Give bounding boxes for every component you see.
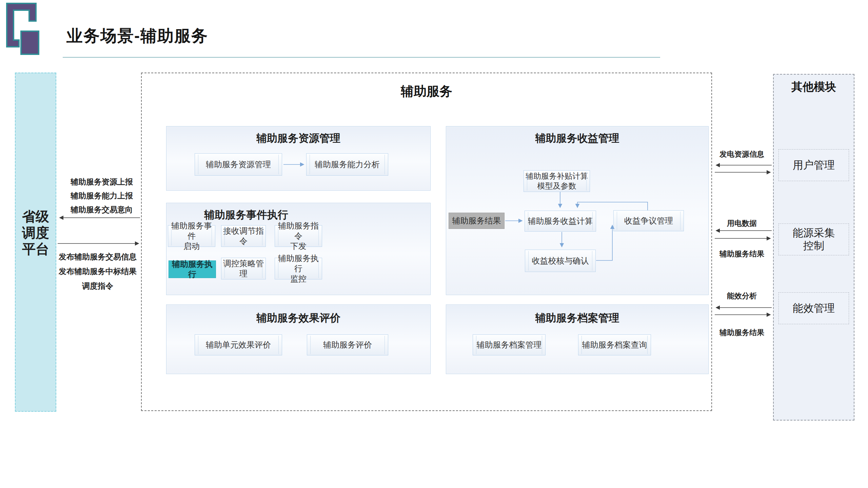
node-revenue-check-confirm: 收益校核与确认 — [525, 250, 596, 272]
node-service-result: 辅助服务结果 — [449, 213, 505, 229]
slide: 业务场景-辅助服务 省级 调度 平台 辅助服务资源上报 辅助服务能力上报 辅助服… — [0, 0, 868, 488]
node-user-management: 用户管理 — [778, 149, 849, 181]
node-subsidy-model: 辅助服务补贴计算 模型及参数 — [524, 170, 590, 192]
other-modules-panel: 其他模块 用户管理 能源采集控制 能效管理 — [773, 74, 854, 421]
node-unit-effect-evaluation: 辅助单元效果评价 — [195, 334, 282, 355]
module-revenue-title: 辅助服务收益管理 — [446, 131, 708, 145]
node-resource-management: 辅助服务资源管理 — [195, 153, 282, 176]
node-execution-monitoring: 辅助服务执行 监控 — [275, 258, 322, 279]
page-title: 业务场景-辅助服务 — [66, 25, 208, 47]
flow-label-capability-report: 辅助服务能力上报 — [63, 189, 140, 203]
node-receive-regulation-order: 接收调节指令 — [221, 225, 266, 247]
node-service-execution: 辅助服务执行 — [169, 260, 216, 278]
node-revenue-calculation: 辅助服务收益计算 — [525, 211, 596, 232]
node-event-start: 辅助服务事件 启动 — [168, 225, 215, 247]
flow-labels-to-platform: 辅助服务资源上报 辅助服务能力上报 辅助服务交易意向 — [63, 175, 140, 217]
flow-labels-to-main: 发布辅助服务交易信息 发布辅助服务中标结果 调度指令 — [54, 250, 141, 293]
flow-label-efficiency-analysis: 能效分析 — [711, 291, 773, 301]
node-capability-analysis: 辅助服务能力分析 — [306, 153, 388, 176]
node-energy-collection-control: 能源采集控制 — [778, 223, 849, 255]
provincial-dispatch-platform-bar: 省级 调度 平台 — [15, 73, 56, 412]
provincial-dispatch-platform-label: 省级 调度 平台 — [16, 208, 56, 257]
flow-label-dispatch-order: 调度指令 — [54, 279, 141, 293]
logo-square-shape — [21, 31, 39, 54]
module-event-title: 辅助服务事件执行 — [166, 208, 326, 222]
auxiliary-service-panel-title: 辅助服务 — [141, 83, 712, 100]
node-control-strategy: 调控策略管理 — [221, 258, 266, 279]
flow-label-trade-intention: 辅助服务交易意向 — [63, 203, 140, 217]
node-archive-query: 辅助服务档案查询 — [578, 334, 651, 355]
node-revenue-dispute: 收益争议管理 — [613, 210, 684, 231]
slide-logo — [5, 2, 45, 56]
flow-label-generation-resource-info: 发电资源信息 — [711, 149, 773, 159]
node-order-issue: 辅助服务指令 下发 — [275, 225, 322, 247]
title-underline — [63, 57, 660, 58]
node-archive-management: 辅助服务档案管理 — [473, 334, 546, 355]
flow-label-publish-bid-result: 发布辅助服务中标结果 — [54, 264, 141, 279]
flow-label-publish-trade-info: 发布辅助服务交易信息 — [54, 250, 141, 264]
node-energy-efficiency-management: 能效管理 — [778, 292, 849, 324]
module-resource-title: 辅助服务资源管理 — [166, 131, 430, 145]
module-archive-title: 辅助服务档案管理 — [446, 311, 708, 325]
module-evaluation-title: 辅助服务效果评价 — [166, 311, 430, 325]
other-modules-title: 其他模块 — [774, 79, 854, 95]
flow-label-service-result-1: 辅助服务结果 — [711, 249, 773, 259]
flow-label-service-result-2: 辅助服务结果 — [711, 328, 773, 338]
flow-label-power-usage-data: 用电数据 — [711, 218, 773, 229]
node-service-evaluation: 辅助服务评价 — [307, 334, 388, 355]
flow-label-resource-report: 辅助服务资源上报 — [63, 175, 140, 189]
